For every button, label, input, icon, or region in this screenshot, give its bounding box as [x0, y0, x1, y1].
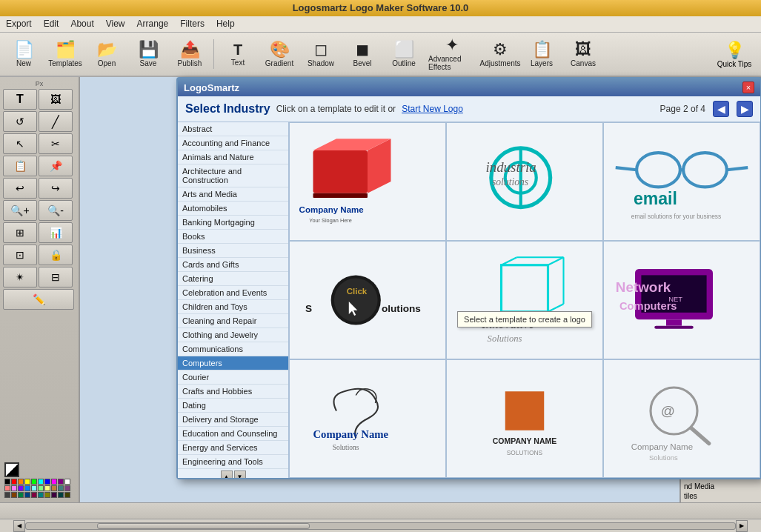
industry-courier[interactable]: Courier — [178, 370, 288, 385]
tool-text[interactable]: T — [3, 89, 37, 110]
toolbar-open[interactable]: 📂 Open — [87, 36, 126, 73]
tool-select[interactable]: ↖ — [3, 133, 37, 154]
industry-abstract[interactable]: Abstract — [178, 122, 288, 136]
industry-crafts[interactable]: Crafts and Hobbies — [178, 385, 288, 399]
nav-prev-button[interactable]: ◀ — [713, 101, 729, 117]
c9[interactable] — [58, 485, 64, 491]
logo-cell-1[interactable]: Company Name Your Slogan Here — [289, 122, 446, 241]
start-new-logo-link[interactable]: Start New Logo — [402, 104, 463, 114]
c2[interactable] — [11, 485, 17, 491]
logo-cell-7[interactable]: Company Name Solutions — [289, 359, 446, 478]
tool-lock[interactable]: 🔒 — [39, 245, 73, 265]
scroll-left-arrow[interactable]: ◀ — [13, 520, 25, 532]
c5[interactable] — [31, 485, 37, 491]
c4[interactable] — [24, 485, 30, 491]
industry-animals[interactable]: Animals and Nature — [178, 150, 288, 164]
tool-zoom-in[interactable]: 🔍+ — [3, 200, 37, 221]
industry-books[interactable]: Books — [178, 230, 288, 244]
c1[interactable] — [4, 485, 10, 491]
tool-pen[interactable]: ✏️ — [3, 289, 74, 310]
toolbar-outline[interactable]: ⬜ Outline — [385, 36, 423, 73]
tool-grid[interactable]: ⊞ — [3, 222, 37, 243]
quick-tips-button[interactable]: 💡 Quick Tips — [712, 41, 757, 68]
tool-copy[interactable]: 📋 — [3, 156, 37, 176]
industry-panel[interactable]: Abstract Accounting and Finance Animals … — [178, 122, 289, 478]
dialog-close-button[interactable]: × — [742, 82, 754, 93]
industry-arts[interactable]: Arts and Media — [178, 187, 288, 202]
menu-edit[interactable]: Edit — [42, 19, 61, 30]
color-white[interactable] — [64, 479, 70, 485]
tool-crop[interactable]: ✂ — [39, 133, 73, 154]
industry-accounting[interactable]: Accounting and Finance — [178, 136, 288, 150]
c20[interactable] — [64, 492, 70, 498]
logo-cell-3[interactable]: email email solutions for your business — [603, 122, 760, 241]
toolbar-save[interactable]: 💾 Save — [129, 36, 167, 73]
industry-business[interactable]: Business — [178, 244, 288, 258]
c6[interactable] — [38, 485, 44, 491]
c3[interactable] — [18, 485, 24, 491]
logo-cell-6[interactable]: NET Network Computers — [603, 241, 760, 359]
c17[interactable] — [44, 492, 50, 498]
tool-paste[interactable]: 📌 — [39, 156, 73, 176]
industry-education[interactable]: Education and Counseling — [178, 427, 288, 441]
menu-help[interactable]: Help — [215, 19, 236, 30]
industry-catering[interactable]: Catering — [178, 272, 288, 286]
tool-redo[interactable]: ↩ — [3, 178, 37, 199]
industry-communications[interactable]: Communications — [178, 342, 288, 356]
logo-cell-5[interactable]: Innovative Solutions — [446, 241, 603, 359]
tool-chart[interactable]: 📊 — [39, 222, 73, 243]
color-purple[interactable] — [58, 479, 64, 485]
menu-filters[interactable]: Filters — [179, 19, 206, 30]
industry-clothing[interactable]: Clothing and Jewelry — [178, 328, 288, 342]
color-cyan[interactable] — [38, 479, 44, 485]
menu-about[interactable]: About — [69, 19, 95, 30]
horizontal-scrollbar[interactable]: ◀ ▶ — [0, 519, 761, 532]
tool-transform[interactable]: ⊡ — [3, 245, 37, 265]
c12[interactable] — [11, 492, 17, 498]
color-magenta[interactable] — [51, 479, 57, 485]
c11[interactable] — [4, 492, 10, 498]
logo-cell-2[interactable]: industria solutions — [446, 122, 603, 241]
industry-computers[interactable]: Computers — [178, 356, 288, 370]
scroll-right-arrow[interactable]: ▶ — [736, 520, 748, 532]
toolbar-publish[interactable]: 📤 Publish — [170, 36, 209, 73]
toolbar-templates[interactable]: 🗂️ Templates — [46, 36, 84, 73]
industry-scroll-up[interactable]: ▲ — [221, 471, 233, 478]
toolbar-layers[interactable]: 📋 Layers — [522, 36, 561, 73]
c13[interactable] — [18, 492, 24, 498]
toolbar-shadow[interactable]: ◻ Shadow — [302, 36, 340, 73]
color-blue[interactable] — [44, 479, 50, 485]
right-ind-5[interactable]: nd Media — [682, 482, 760, 491]
tool-redo2[interactable]: ↪ — [39, 178, 73, 199]
industry-dating[interactable]: Dating — [178, 399, 288, 413]
color-swap[interactable] — [4, 462, 19, 477]
toolbar-bevel[interactable]: ◼ Bevel — [343, 36, 382, 73]
toolbar-adjustments[interactable]: ⚙ Adjustments — [481, 36, 519, 73]
scroll-thumb[interactable] — [97, 523, 310, 529]
tool-image[interactable]: 🖼 — [39, 89, 73, 110]
industry-cards[interactable]: Cards and Gifts — [178, 258, 288, 272]
menu-export[interactable]: Export — [4, 19, 33, 30]
c19[interactable] — [58, 492, 64, 498]
toolbar-new[interactable]: 📄 New — [4, 36, 43, 73]
toolbar-effects[interactable]: ✦ Advanced Effects — [426, 36, 478, 73]
nav-next-button[interactable]: ▶ — [737, 101, 753, 117]
c15[interactable] — [31, 492, 37, 498]
industry-children[interactable]: Children and Toys — [178, 300, 288, 314]
logo-cell-4[interactable]: Click S olutions — [289, 241, 446, 359]
industry-banking[interactable]: Banking Mortgaging — [178, 216, 288, 230]
c7[interactable] — [44, 485, 50, 491]
color-red[interactable] — [11, 479, 17, 485]
tool-more[interactable]: ⊟ — [39, 267, 73, 287]
c8[interactable] — [51, 485, 57, 491]
right-ind-6[interactable]: tiles — [682, 491, 760, 501]
scroll-track[interactable] — [25, 522, 736, 530]
color-black[interactable] — [4, 479, 10, 485]
c14[interactable] — [24, 492, 30, 498]
menu-view[interactable]: View — [104, 19, 127, 30]
tool-effect[interactable]: ✴ — [3, 267, 37, 287]
industry-celebration[interactable]: Celebration and Events — [178, 286, 288, 300]
tool-undo[interactable]: ↺ — [3, 111, 37, 132]
color-green[interactable] — [31, 479, 37, 485]
industry-automobiles[interactable]: Automobiles — [178, 202, 288, 216]
